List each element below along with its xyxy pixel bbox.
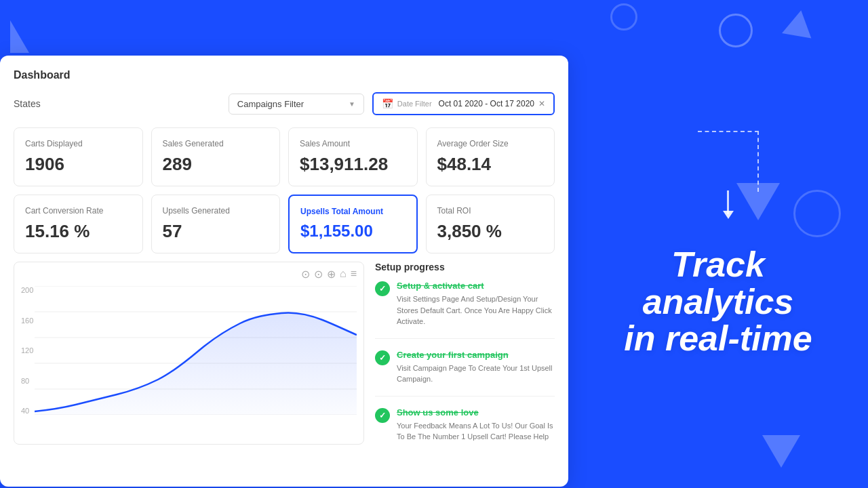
stat-card-cart-conversion-rate: Cart Conversion Rate 15.16 % xyxy=(14,195,143,253)
date-filter-close-button[interactable]: ✕ xyxy=(538,99,545,108)
chart-toolbar: ⊙ ⊙ ⊕ ⌂ ≡ xyxy=(14,262,363,286)
stat-label-cart-conversion-rate: Cart Conversion Rate xyxy=(25,206,132,216)
chart-sync-icon[interactable]: ⊙ xyxy=(301,268,310,281)
setup-progress-panel: Setup progress Setup & activate cart Vis… xyxy=(375,262,555,445)
stat-label-upsells-generated: Upsells Generated xyxy=(163,206,269,216)
stat-value-cart-conversion-rate: 15.16 % xyxy=(25,221,132,242)
y-label-120: 120 xyxy=(21,346,33,354)
calendar-icon: 📅 xyxy=(382,98,393,109)
chart-zoom-icon[interactable]: ⊙ xyxy=(314,268,323,281)
stat-label-total-roi: Total ROI xyxy=(437,206,544,216)
stat-label-carts-displayed: Carts Displayed xyxy=(25,139,132,148)
stat-card-sales-amount: Sales Amount $13,911.28 xyxy=(288,127,418,186)
stat-value-carts-displayed: 1906 xyxy=(25,154,132,175)
stat-label-sales-generated: Sales Generated xyxy=(163,139,269,148)
arrow-head xyxy=(723,211,734,219)
y-label-160: 160 xyxy=(21,317,33,325)
progress-text-first-campaign: Create your first campaign Visit Campaig… xyxy=(397,350,555,385)
progress-item-show-love: Show us some love Your Feedback Means A … xyxy=(375,407,555,445)
progress-text-show-love: Show us some love Your Feedback Means A … xyxy=(397,407,555,445)
progress-item-title-first-campaign: Create your first campaign xyxy=(397,350,555,360)
progress-item-desc-setup-cart: Visit Settings Page And Setup/Design You… xyxy=(397,293,555,327)
progress-item-setup-cart: Setup & activate cart Visit Settings Pag… xyxy=(375,281,555,339)
stat-card-carts-displayed: Carts Displayed 1906 xyxy=(14,127,143,186)
states-label: States xyxy=(14,98,41,109)
promo-text: Trackanalyticsin real-time xyxy=(624,246,812,357)
stat-card-sales-generated: Sales Generated 289 xyxy=(151,127,281,186)
chart-search-icon[interactable]: ⊕ xyxy=(327,268,336,281)
stat-label-upsells-total-amount: Upsells Total Amount xyxy=(300,207,406,216)
stats-grid-row1: Carts Displayed 1906 Sales Generated 289… xyxy=(14,127,555,186)
check-icon-setup-cart xyxy=(375,281,390,296)
progress-item-first-campaign: Create your first campaign Visit Campaig… xyxy=(375,350,555,396)
campaigns-filter-label: Campaigns Filter xyxy=(237,99,304,109)
stat-value-upsells-total-amount: $1,155.00 xyxy=(300,222,406,241)
page-title: Dashboard xyxy=(14,69,555,81)
progress-item-desc-first-campaign: Visit Campaign Page To Create Your 1st U… xyxy=(397,363,555,385)
campaigns-filter-dropdown[interactable]: Campaigns Filter ▼ xyxy=(229,94,364,115)
date-filter-label: Date Filter xyxy=(397,100,432,108)
stat-card-upsells-generated: Upsells Generated 57 xyxy=(151,195,281,253)
y-label-40: 40 xyxy=(21,407,33,415)
progress-item-desc-show-love: Your Feedback Means A Lot To Us! Our Goa… xyxy=(397,420,555,445)
bg-triangle-tl xyxy=(10,20,29,53)
chart-y-labels: 200 160 120 80 40 xyxy=(21,286,33,415)
stat-value-average-order-size: $48.14 xyxy=(437,154,544,175)
y-label-80: 80 xyxy=(21,377,33,385)
check-icon-show-love xyxy=(375,408,390,423)
stat-value-upsells-generated: 57 xyxy=(163,221,269,242)
check-icon-first-campaign xyxy=(375,350,390,365)
stat-label-sales-amount: Sales Amount xyxy=(300,139,406,148)
stat-card-average-order-size: Average Order Size $48.14 xyxy=(426,127,555,186)
chart-container: ⊙ ⊙ ⊕ ⌂ ≡ 200 160 120 80 40 xyxy=(14,262,364,445)
stat-value-total-roi: 3,850 % xyxy=(437,221,544,242)
dashboard-card: Dashboard States Campaigns Filter ▼ 📅 Da… xyxy=(0,56,568,487)
promo-section: Trackanalyticsin real-time xyxy=(568,0,868,488)
date-filter-box[interactable]: 📅 Date Filter Oct 01 2020 - Oct 17 2020 … xyxy=(372,92,555,115)
setup-progress-title: Setup progress xyxy=(375,262,555,272)
stat-value-sales-generated: 289 xyxy=(163,154,269,175)
stat-card-upsells-total-amount: Upsells Total Amount $1,155.00 xyxy=(288,195,418,253)
stat-card-total-roi: Total ROI 3,850 % xyxy=(426,195,555,253)
chart-menu-icon[interactable]: ≡ xyxy=(351,268,357,281)
y-label-200: 200 xyxy=(21,286,33,294)
progress-item-title-show-love: Show us some love xyxy=(397,407,555,418)
filters-row: States Campaigns Filter ▼ 📅 Date Filter … xyxy=(14,92,555,115)
progress-item-title-setup-cart: Setup & activate cart xyxy=(397,281,555,291)
chart-home-icon[interactable]: ⌂ xyxy=(340,268,347,281)
dashed-arrow-graphic xyxy=(677,131,759,219)
chevron-down-icon: ▼ xyxy=(349,100,355,108)
stat-value-sales-amount: $13,911.28 xyxy=(300,154,406,175)
dashed-box xyxy=(698,131,759,192)
stat-label-average-order-size: Average Order Size xyxy=(437,139,544,148)
bottom-section: ⊙ ⊙ ⊕ ⌂ ≡ 200 160 120 80 40 xyxy=(14,262,555,445)
date-range-value: Oct 01 2020 - Oct 17 2020 xyxy=(439,99,534,108)
stats-grid-row2: Cart Conversion Rate 15.16 % Upsells Gen… xyxy=(14,195,555,253)
chart-svg xyxy=(35,286,357,415)
chart-area: 200 160 120 80 40 xyxy=(14,286,363,428)
progress-text-setup-cart: Setup & activate cart Visit Settings Pag… xyxy=(397,281,555,327)
filters-right: Campaigns Filter ▼ 📅 Date Filter Oct 01 … xyxy=(229,92,555,115)
